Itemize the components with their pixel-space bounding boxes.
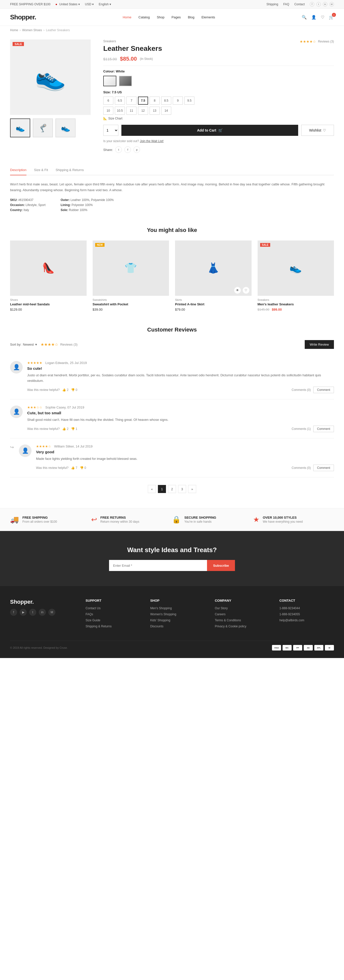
shipping-link[interactable]: Shipping — [266, 3, 278, 6]
product-card-2[interactable]: NEW 👕 Sweatshirts Sweatshirt with Pocket… — [93, 240, 169, 312]
product-card-3[interactable]: 👗 👁 ♡ Skirts Printed A-line Skirt $79.00 — [175, 240, 251, 312]
page-3[interactable]: 3 — [178, 485, 186, 493]
helpful-no-3[interactable]: 👎 0 — [80, 466, 86, 469]
size-7-5[interactable]: 7.5 — [138, 97, 148, 105]
wishlist-card-icon[interactable]: ♡ — [243, 287, 250, 294]
helpful-yes-3[interactable]: 👍 7 — [71, 466, 77, 469]
wishlist-icon[interactable]: ♡ — [321, 15, 324, 20]
share-facebook[interactable]: f — [125, 146, 131, 153]
size-6[interactable]: 6 — [103, 97, 113, 105]
medium-icon[interactable]: M — [330, 2, 334, 6]
footer-youtube-icon[interactable]: ▶ — [20, 609, 27, 616]
account-icon[interactable]: 👤 — [311, 15, 316, 20]
footer-email[interactable]: help@allbirds.com — [279, 619, 334, 622]
wishlist-button[interactable]: Wishlist ♡ — [301, 125, 334, 136]
page-2[interactable]: 2 — [168, 485, 176, 493]
nav-home[interactable]: Home — [123, 15, 131, 19]
facebook-icon[interactable]: f — [310, 2, 314, 6]
tab-size-fit[interactable]: Size & Fit — [34, 168, 48, 175]
sort-by-selector[interactable]: Sort by: Newest ▾ — [10, 343, 37, 346]
tab-description[interactable]: Description — [10, 168, 26, 175]
size-10[interactable]: 10 — [103, 107, 113, 115]
share-pinterest[interactable]: p — [133, 146, 140, 153]
contact-link[interactable]: Contact — [294, 3, 305, 6]
footer-shipping-returns[interactable]: Shipping & Returns — [86, 625, 140, 628]
quickview-icon[interactable]: 👁 — [234, 287, 241, 294]
comment-button-3[interactable]: Comment — [313, 465, 334, 471]
page-prev[interactable]: « — [148, 485, 156, 493]
footer-phone-2[interactable]: 1-888-9234055 — [279, 612, 334, 616]
size-12[interactable]: 12 — [138, 107, 148, 115]
size-13[interactable]: 13 — [150, 107, 160, 115]
add-to-cart-button[interactable]: Add to Cart 🛒 — [122, 125, 298, 136]
footer-discounts[interactable]: Discounts — [150, 625, 205, 628]
faq-link[interactable]: FAQ — [283, 3, 290, 6]
footer-facebook-icon[interactable]: f — [10, 609, 17, 616]
footer-medium-icon[interactable]: M — [48, 609, 55, 616]
footer-kids[interactable]: Kids' Shopping — [150, 619, 205, 622]
footer-terms[interactable]: Terms & Conditions — [215, 619, 269, 622]
footer-privacy[interactable]: Privacy & Cookie policy — [215, 625, 269, 628]
nav-elements[interactable]: Elements — [202, 15, 215, 19]
colour-swatch-2[interactable] — [119, 76, 132, 86]
size-6-5[interactable]: 6.5 — [115, 97, 125, 105]
product-card-4[interactable]: SALE 👟 Sneakers Men's leather Sneakers $… — [258, 240, 334, 312]
size-9-5[interactable]: 9.5 — [184, 97, 194, 105]
quantity-select[interactable]: 1 2 3 — [103, 125, 118, 136]
size-7[interactable]: 7 — [126, 97, 136, 105]
size-8-5[interactable]: 8.5 — [161, 97, 171, 105]
comments-link-3[interactable]: Comments (0) — [292, 466, 311, 469]
footer-our-story[interactable]: Our Story — [215, 606, 269, 610]
cart-icon[interactable]: 🛒 1 — [329, 15, 334, 20]
newsletter-email-input[interactable] — [109, 560, 207, 571]
footer-instagram-icon[interactable]: in — [39, 609, 46, 616]
share-twitter[interactable]: t — [115, 146, 122, 153]
logo[interactable]: Shopper. — [10, 13, 36, 21]
footer-womens[interactable]: Women's Shopping — [150, 612, 205, 616]
instagram-icon[interactable]: in — [323, 2, 327, 6]
thumbnail-3[interactable]: 👟 — [55, 118, 75, 137]
helpful-yes-1[interactable]: 👍 2 — [62, 388, 69, 391]
comment-button-2[interactable]: Comment — [313, 426, 334, 432]
country-selector[interactable]: ● United States ▾ — [55, 3, 80, 6]
helpful-no-1[interactable]: 👎 0 — [71, 388, 77, 391]
breadcrumb-home[interactable]: Home — [10, 29, 18, 32]
footer-phone-1[interactable]: 1-888-9234044 — [279, 606, 334, 610]
newsletter-subscribe-button[interactable]: Subscribe — [207, 560, 235, 571]
size-8[interactable]: 8 — [150, 97, 160, 105]
twitter-icon[interactable]: t — [316, 2, 321, 6]
breadcrumb-women-shoes[interactable]: Women Shoes — [22, 29, 42, 32]
page-next[interactable]: » — [188, 485, 196, 493]
thumbnail-1[interactable]: 👟 — [10, 118, 30, 137]
size-11[interactable]: 11 — [126, 107, 136, 115]
waitlist-link[interactable]: Join the Wait List! — [140, 139, 163, 143]
footer-faqs[interactable]: FAQs — [86, 612, 140, 616]
footer-contact-us[interactable]: Contact Us — [86, 606, 140, 610]
colour-swatch-1[interactable] — [103, 76, 116, 86]
tab-shipping[interactable]: Shipping & Returns — [56, 168, 84, 175]
comment-button-1[interactable]: Comment — [313, 387, 334, 393]
nav-blog[interactable]: Blog — [188, 15, 194, 19]
helpful-yes-2[interactable]: 👍 2 — [62, 427, 69, 431]
footer-mens[interactable]: Men's Shopping — [150, 606, 205, 610]
search-icon[interactable]: 🔍 — [302, 15, 307, 20]
product-card-1[interactable]: 👠 Shoes Leather mid-heel Sandals $129.00 — [10, 240, 86, 312]
write-review-button[interactable]: Write Review — [305, 340, 334, 349]
page-1[interactable]: 1 — [158, 485, 166, 493]
comments-link-1[interactable]: Comments (0) — [292, 388, 311, 391]
reviews-link-header[interactable]: Reviews (3) — [318, 40, 334, 43]
nav-catalog[interactable]: Catalog — [139, 15, 150, 19]
language-selector[interactable]: English ▾ — [99, 3, 111, 6]
size-14[interactable]: 14 — [161, 107, 171, 115]
size-9[interactable]: 9 — [173, 97, 183, 105]
nav-pages[interactable]: Pages — [171, 15, 181, 19]
footer-twitter-icon[interactable]: t — [29, 609, 36, 616]
comments-link-2[interactable]: Comments (1) — [292, 427, 311, 431]
nav-shop[interactable]: Shop — [157, 15, 165, 19]
footer-size-guide[interactable]: Size Guide — [86, 619, 140, 622]
currency-selector[interactable]: USD ▾ — [85, 3, 94, 6]
helpful-no-2[interactable]: 👎 1 — [71, 427, 77, 431]
size-chart-link[interactable]: 📐 Size Chart — [103, 117, 334, 120]
thumbnail-2[interactable]: 🦿 — [33, 118, 53, 137]
footer-careers[interactable]: Careers — [215, 612, 269, 616]
